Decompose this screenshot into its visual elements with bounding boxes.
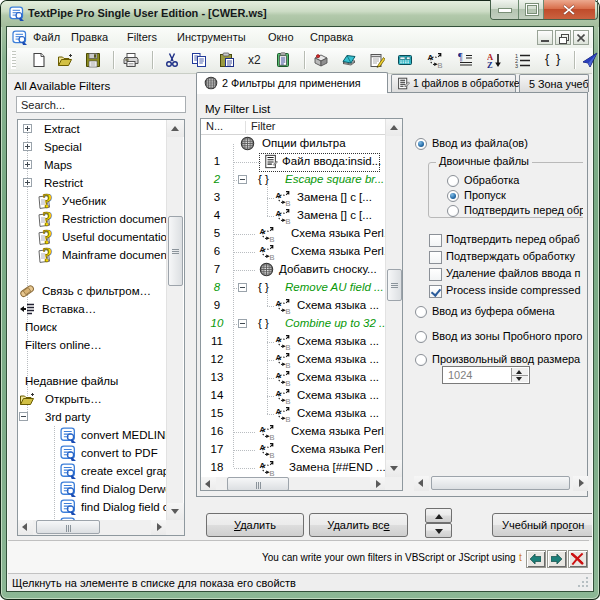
svg-text:¶: ¶ [458, 52, 463, 62]
svg-text:3: 3 [515, 63, 518, 68]
svg-text:Z: Z [487, 60, 493, 69]
